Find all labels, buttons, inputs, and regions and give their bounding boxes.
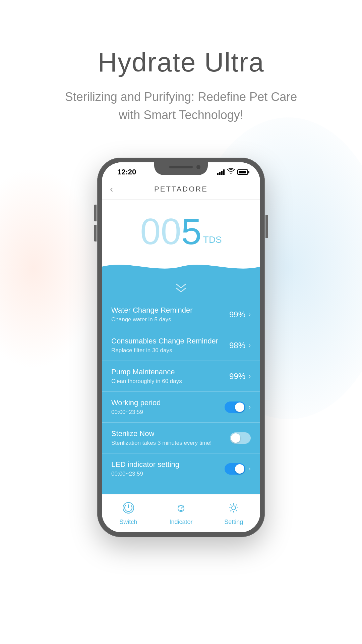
svg-line-6: [181, 507, 182, 508]
consumables-title: Consumables Change Reminder: [111, 337, 229, 345]
phone-mockup: 12:20: [97, 158, 265, 537]
scroll-indicator: [102, 277, 260, 299]
wave-divider: [102, 257, 260, 277]
chevron-right-icon: ›: [249, 404, 251, 411]
working-period-toggle[interactable]: [225, 401, 245, 413]
signal-icon: [217, 169, 225, 175]
sterilize-title: Sterilize Now: [111, 429, 230, 438]
app-title: Hydrate Ultra: [64, 47, 298, 78]
nav-item-indicator[interactable]: Indicator: [155, 500, 207, 526]
pump-subtitle: Clean thoroughly in 60 days: [111, 378, 229, 385]
status-time: 12:20: [114, 168, 136, 176]
bottom-navigation: Switch: [102, 494, 260, 532]
led-toggle[interactable]: [225, 463, 245, 475]
led-title: LED indicator setting: [111, 460, 225, 469]
app-navigation-header: ‹ PETTADORE: [102, 179, 260, 200]
switch-icon: [120, 500, 136, 516]
phone-speaker: [169, 166, 193, 168]
svg-line-5: [183, 506, 183, 507]
working-period-subtitle: 00:00~23:59: [111, 409, 225, 416]
chevron-right-icon: ›: [249, 373, 251, 380]
chevrons-icon: [175, 283, 187, 293]
water-change-value: 99%: [229, 310, 245, 319]
tds-digit-1: 0: [161, 213, 181, 250]
list-item-led[interactable]: LED indicator setting 00:00~23:59 ›: [102, 453, 260, 484]
indicator-icon: [173, 500, 189, 516]
list-item-consumables[interactable]: Consumables Change Reminder Replace filt…: [102, 330, 260, 361]
water-change-title: Water Change Reminder: [111, 306, 229, 315]
tds-value: 0 0 5 TDS: [102, 213, 260, 250]
phone-screen: 12:20: [102, 162, 260, 532]
chevron-right-icon: ›: [249, 342, 251, 349]
setting-icon: [226, 500, 242, 516]
sterilize-subtitle: Sterilization takes 3 minutes every time…: [111, 440, 230, 446]
sterilize-toggle[interactable]: [230, 432, 251, 444]
list-item-pump[interactable]: Pump Maintenance Clean thoroughly in 60 …: [102, 361, 260, 391]
switch-label: Switch: [119, 519, 137, 526]
water-change-subtitle: Change water in 5 days: [111, 316, 229, 323]
consumables-subtitle: Replace filter in 30 days: [111, 347, 229, 354]
working-period-title: Working period: [111, 398, 225, 407]
tds-digit-2: 5: [181, 213, 202, 250]
battery-icon: [237, 169, 248, 175]
list-item-working-period[interactable]: Working period 00:00~23:59 ›: [102, 391, 260, 422]
power-button: [265, 215, 268, 238]
header-section: Hydrate Ultra Sterilizing and Purifying:…: [64, 0, 298, 144]
wifi-icon: [227, 168, 235, 176]
tds-display-section: 0 0 5 TDS: [102, 200, 260, 250]
app-header-title: PETTADORE: [123, 185, 239, 194]
blue-content-section: Water Change Reminder Change water in 5 …: [102, 277, 260, 494]
list-item-sterilize[interactable]: Sterilize Now Sterilization takes 3 minu…: [102, 422, 260, 453]
chevron-right-icon: ›: [249, 311, 251, 318]
app-subtitle: Sterilizing and Purifying: Redefine Pet …: [64, 88, 298, 124]
back-button[interactable]: ‹: [110, 184, 123, 195]
svg-point-8: [232, 506, 236, 510]
nav-item-setting[interactable]: Setting: [207, 500, 260, 526]
phone-outer-frame: 12:20: [97, 158, 265, 537]
led-subtitle: 00:00~23:59: [111, 471, 225, 477]
pump-title: Pump Maintenance: [111, 368, 229, 376]
page-wrapper: Hydrate Ultra Sterilizing and Purifying:…: [0, 0, 362, 644]
volume-up-button: [94, 205, 97, 221]
pump-value: 99%: [229, 372, 245, 381]
tds-digit-0: 0: [140, 213, 161, 250]
consumables-value: 98%: [229, 341, 245, 350]
phone-notch: [154, 162, 208, 175]
chevron-right-icon: ›: [249, 465, 251, 472]
nav-item-switch[interactable]: Switch: [102, 500, 155, 526]
list-item-water-change[interactable]: Water Change Reminder Change water in 5 …: [102, 299, 260, 330]
indicator-label: Indicator: [169, 519, 192, 526]
svg-line-4: [178, 506, 179, 507]
phone-camera: [196, 165, 200, 169]
volume-down-button: [94, 225, 97, 241]
setting-label: Setting: [224, 519, 243, 526]
tds-unit: TDS: [203, 235, 222, 245]
status-icons: [217, 168, 248, 176]
